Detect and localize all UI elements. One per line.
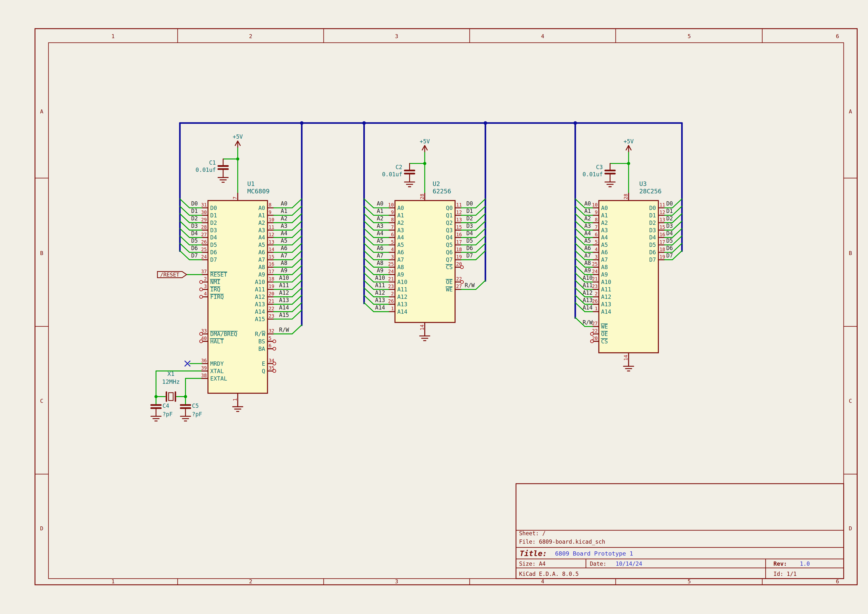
net-label[interactable]: A14	[375, 304, 385, 311]
pin-number[interactable]: 22	[268, 306, 274, 312]
pin-number[interactable]: 14	[419, 324, 425, 330]
net-label[interactable]: A11	[583, 282, 592, 288]
pin-number[interactable]: 30	[201, 209, 207, 215]
pin-number[interactable]: 9	[391, 209, 394, 215]
pin-number[interactable]: 10	[592, 202, 598, 208]
cap-ref[interactable]: C5	[192, 403, 199, 409]
net-label[interactable]: A15	[279, 312, 289, 318]
cap-ref[interactable]: C2	[395, 164, 402, 171]
net-label[interactable]: A14	[583, 304, 592, 311]
pin-number[interactable]: 23	[388, 284, 394, 289]
pin-number[interactable]: 20	[456, 261, 462, 267]
pin-number[interactable]: 14	[623, 355, 629, 360]
pin-number[interactable]: 1	[391, 306, 394, 312]
pin-number[interactable]: 10	[388, 202, 394, 208]
net-label[interactable]: D2	[191, 215, 198, 222]
net-label[interactable]: D5	[191, 237, 198, 244]
net-label[interactable]: D0	[466, 200, 473, 207]
net-label[interactable]: A7	[377, 252, 383, 259]
net-label[interactable]: D4	[666, 230, 673, 236]
net-label[interactable]: A0	[377, 200, 383, 207]
pin-number[interactable]: 5	[595, 239, 598, 245]
net-label[interactable]: A10	[583, 274, 592, 281]
pin-number[interactable]: 19	[659, 254, 665, 260]
net-label[interactable]: A8	[281, 260, 287, 266]
pin-number[interactable]: 38	[201, 373, 207, 378]
pin-number[interactable]: 23	[592, 284, 598, 289]
net-label[interactable]: A13	[375, 297, 385, 303]
pin-number[interactable]: 37	[201, 268, 207, 274]
net-label[interactable]: D4	[191, 230, 198, 236]
pin-number[interactable]: 2	[595, 291, 598, 296]
pin-number[interactable]: 18	[659, 247, 665, 252]
pin-number[interactable]: 9	[595, 209, 598, 215]
pin-number[interactable]: 32	[268, 328, 274, 334]
pin-number[interactable]: 36	[201, 358, 207, 363]
pin-number[interactable]: 28	[623, 194, 629, 199]
pin-number[interactable]: 24	[201, 254, 207, 260]
pin-number[interactable]: 33	[201, 328, 207, 334]
pin-number[interactable]: 24	[388, 268, 394, 274]
net-label[interactable]: A4	[377, 230, 383, 236]
pin-number[interactable]: 8	[268, 202, 271, 208]
net-label[interactable]: A9	[584, 267, 591, 274]
pin-number[interactable]: 25	[201, 247, 207, 252]
net-label[interactable]: A10	[375, 274, 385, 281]
pin-number[interactable]: 16	[659, 232, 665, 237]
net-label[interactable]: A11	[279, 282, 289, 288]
crystal-value[interactable]: 12MHz	[162, 378, 180, 385]
pin-number[interactable]: 13	[268, 239, 274, 245]
pin-number[interactable]: 20	[592, 335, 598, 341]
pin-number[interactable]: 35	[268, 365, 274, 371]
net-label[interactable]: A6	[281, 245, 287, 251]
net-label[interactable]: A1	[377, 208, 383, 214]
pin-number[interactable]: 19	[268, 284, 274, 289]
net-label[interactable]: D1	[666, 208, 673, 214]
ic-value[interactable]: 62256	[432, 188, 451, 195]
pin-number[interactable]: 6	[268, 343, 271, 349]
pin-number[interactable]: 18	[268, 276, 274, 282]
pin-number[interactable]: 12	[456, 209, 462, 215]
pin-number[interactable]: 28	[201, 224, 207, 230]
pin-number[interactable]: 15	[659, 224, 665, 230]
ic-value[interactable]: MC6809	[247, 188, 270, 195]
cap-value[interactable]: 0.01uf	[382, 171, 402, 178]
pin-number[interactable]: 3	[391, 254, 394, 260]
pin-number[interactable]: 31	[201, 202, 207, 208]
pin-number[interactable]: 21	[592, 276, 598, 282]
pin-number[interactable]: 2	[391, 291, 394, 296]
pin-number[interactable]: 4	[595, 247, 598, 252]
cap-ref[interactable]: C4	[162, 403, 169, 409]
net-label[interactable]: D2	[666, 215, 673, 222]
pin-number[interactable]: 21	[268, 298, 274, 304]
pin-number[interactable]: 1	[232, 398, 238, 401]
net-label[interactable]: D3	[191, 223, 198, 229]
net-label[interactable]: D6	[191, 245, 198, 251]
net-label[interactable]: A1	[584, 208, 591, 214]
net-label[interactable]: A2	[377, 215, 383, 222]
cap-ref[interactable]: C3	[596, 164, 603, 171]
net-label[interactable]: R/W	[465, 282, 475, 288]
pin-number[interactable]: 17	[456, 239, 462, 245]
pin-number[interactable]: 7	[595, 224, 598, 230]
net-label[interactable]: D0	[191, 200, 198, 207]
net-label[interactable]: D3	[466, 223, 473, 229]
pin-number[interactable]: 14	[268, 247, 274, 252]
net-label[interactable]: A12	[279, 290, 289, 296]
ic-ref[interactable]: U2	[432, 180, 440, 188]
pin-number[interactable]: 16	[268, 261, 274, 267]
net-label[interactable]: A4	[584, 230, 591, 236]
pin-number[interactable]: 12	[268, 232, 274, 237]
pin-number[interactable]: 19	[456, 254, 462, 260]
pin-number[interactable]: 6	[391, 232, 394, 237]
pin-number[interactable]: 34	[268, 358, 274, 363]
pin-number[interactable]: 27	[201, 232, 207, 237]
net-label[interactable]: D1	[466, 208, 473, 214]
pin-number[interactable]: 1	[595, 306, 598, 312]
global-label-text[interactable]: /RESET	[160, 271, 180, 278]
pin-number[interactable]: 11	[659, 202, 665, 208]
net-label[interactable]: D6	[666, 245, 673, 251]
net-label[interactable]: A3	[584, 223, 591, 229]
net-label[interactable]: D7	[466, 252, 473, 259]
net-label[interactable]: A8	[377, 260, 383, 266]
